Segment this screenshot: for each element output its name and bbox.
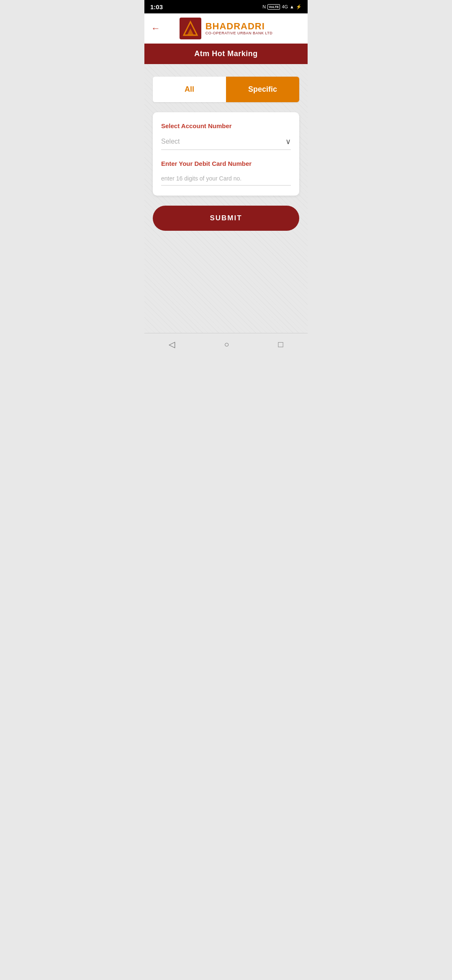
app-header: ← BHADRADRI CO-OPERATIVE URBAN BANK LTD (144, 13, 308, 44)
home-nav-icon[interactable]: ○ (224, 340, 229, 349)
logo-container: BHADRADRI CO-OPERATIVE URBAN BANK LTD (164, 18, 288, 39)
all-tab-button[interactable]: All (153, 77, 226, 102)
battery-icon: ⚡ (296, 4, 302, 10)
back-button[interactable]: ← (151, 23, 160, 34)
chevron-down-icon: ∨ (285, 137, 291, 146)
account-select[interactable]: Select ∨ (161, 134, 291, 150)
nfc-icon: N (262, 4, 266, 9)
status-time: 1:03 (150, 3, 163, 10)
bank-name: BHADRADRI (205, 22, 273, 31)
page-title: Atm Hot Marking (194, 49, 258, 58)
logo-icon (180, 18, 201, 39)
account-label: Select Account Number (161, 122, 291, 129)
card-number-input[interactable] (161, 171, 291, 186)
submit-button[interactable]: SUBMIT (153, 206, 299, 231)
bottom-nav: ◁ ○ □ (144, 333, 308, 353)
logo-text: BHADRADRI CO-OPERATIVE URBAN BANK LTD (205, 22, 273, 35)
specific-tab-button[interactable]: Specific (226, 77, 299, 102)
main-content: All Specific Select Account Number Selec… (144, 64, 308, 333)
account-select-text: Select (161, 138, 180, 145)
signal-icon: ▲ (290, 4, 294, 9)
account-select-wrapper[interactable]: Select ∨ (161, 134, 291, 150)
page-title-bar: Atm Hot Marking (144, 44, 308, 64)
signal-4g-icon: 4G (282, 4, 288, 9)
volte-icon: VoLTE (267, 4, 280, 10)
bank-subtitle: CO-OPERATIVE URBAN BANK LTD (205, 31, 273, 35)
card-label: Enter Your Debit Card Number (161, 160, 291, 167)
status-bar: 1:03 N VoLTE 4G ▲ ⚡ (144, 0, 308, 13)
status-icons: N VoLTE 4G ▲ ⚡ (262, 4, 302, 10)
back-nav-icon[interactable]: ◁ (169, 339, 175, 349)
toggle-row: All Specific (153, 77, 299, 102)
form-card: Select Account Number Select ∨ Enter You… (153, 112, 299, 196)
recent-nav-icon[interactable]: □ (278, 340, 283, 349)
